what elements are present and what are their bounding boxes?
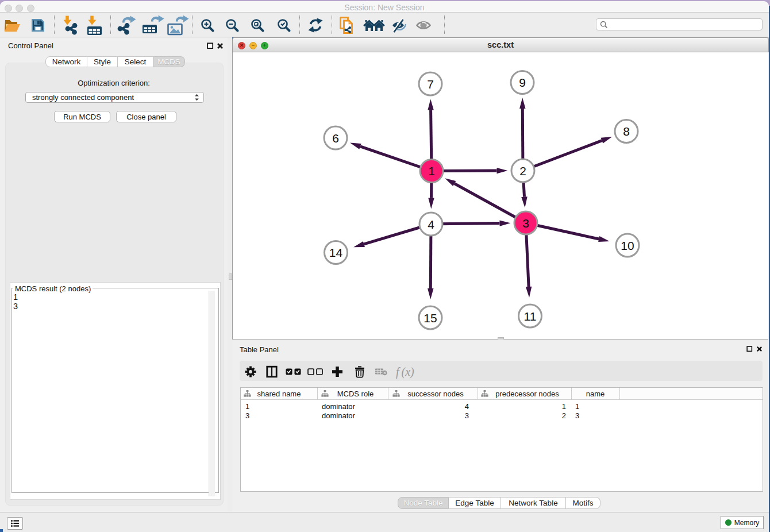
svg-text:9: 9 (519, 76, 526, 89)
svg-text:3: 3 (522, 217, 529, 230)
svg-text:4: 4 (428, 218, 434, 231)
svg-text:10: 10 (621, 239, 634, 252)
svg-text:8: 8 (623, 125, 630, 138)
svg-text:2: 2 (519, 164, 526, 178)
svg-text:f (x): f (x) (396, 365, 414, 379)
svg-text:6: 6 (332, 132, 339, 145)
svg-text:7: 7 (427, 78, 434, 91)
svg-text:14: 14 (329, 246, 343, 259)
svg-text:1: 1 (428, 164, 435, 178)
svg-text:15: 15 (424, 311, 437, 325)
svg-text:11: 11 (524, 310, 537, 323)
